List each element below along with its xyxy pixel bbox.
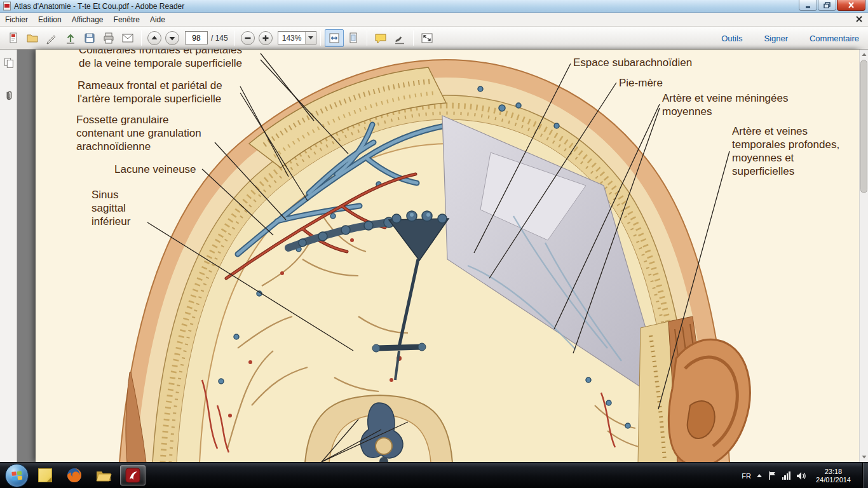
menu-fenetre[interactable]: Fenêtre: [109, 13, 145, 26]
email-icon: [121, 31, 135, 45]
navigation-pane: [0, 50, 17, 462]
email-button[interactable]: [118, 29, 137, 47]
firefox-icon: [66, 467, 83, 484]
scroll-up-icon[interactable]: [861, 51, 867, 58]
folder-icon: [25, 31, 39, 45]
open-button[interactable]: [23, 29, 42, 47]
toolbar-separator: [141, 30, 142, 46]
taskbar: FR 23:18 24/01/2014: [0, 462, 868, 488]
print-icon: [102, 31, 116, 45]
page-thumbnails-icon: [3, 57, 15, 69]
arrow-down-icon: [167, 33, 177, 43]
menu-bar: Fichier Edition Affichage Fenêtre Aide: [0, 13, 868, 27]
menu-aide[interactable]: Aide: [145, 13, 170, 26]
pdf-page: Collatérales frontales et pariétales de …: [36, 50, 859, 462]
share-arrow-icon: [64, 31, 78, 45]
show-desktop-button[interactable]: [862, 463, 868, 488]
window-title: Atlas d'Anatomie - T-te Et Cou.pdf - Ado…: [14, 2, 184, 11]
chevron-down-icon: [308, 36, 313, 39]
restore-icon: [824, 2, 831, 8]
network-icon[interactable]: [782, 471, 790, 480]
figure-label-temporales: Artère et veines temporales profondes, m…: [732, 125, 839, 178]
system-tray: FR 23:18 24/01/2014: [742, 463, 862, 488]
figure-label-sinus: Sinus sagittal inférieur: [92, 188, 130, 228]
share-button[interactable]: [61, 29, 80, 47]
toolbar-separator: [413, 30, 414, 46]
taskbar-clock[interactable]: 23:18 24/01/2014: [816, 468, 851, 484]
edit-button[interactable]: [42, 29, 61, 47]
next-page-button[interactable]: [165, 31, 179, 45]
zoom-dropdown-arrow[interactable]: [305, 32, 316, 44]
sticky-notes-icon: [38, 468, 52, 482]
action-center-flag-icon[interactable]: [768, 471, 776, 480]
figure-label-meningees: Artère et veine méningées moyennes: [662, 92, 788, 118]
signature-icon: [393, 31, 407, 45]
minimize-icon: [805, 3, 811, 8]
comment-button[interactable]: [371, 29, 390, 47]
close-document-icon[interactable]: [855, 15, 863, 23]
zoom-out-button[interactable]: [241, 31, 255, 45]
title-bar: Atlas d'Anatomie - T-te Et Cou.pdf - Ado…: [0, 0, 868, 13]
scrollbar-thumb[interactable]: [860, 60, 867, 193]
fullscreen-button[interactable]: [417, 29, 437, 47]
comment-bubble-icon: [374, 31, 388, 45]
taskbar-sticky-notes[interactable]: [32, 465, 58, 485]
folder-icon: [95, 468, 112, 482]
close-icon: [848, 2, 855, 8]
menu-fichier[interactable]: Fichier: [0, 13, 33, 26]
save-icon: [83, 31, 97, 45]
fullscreen-icon: [420, 31, 434, 45]
commentaire-link[interactable]: Commentaire: [810, 34, 859, 43]
fit-page-icon: [346, 31, 360, 45]
document-button[interactable]: [4, 29, 23, 47]
minus-icon: [243, 33, 253, 43]
toolbar: / 145 143%: [0, 27, 868, 50]
fit-page-button[interactable]: [344, 29, 363, 47]
paperclip-icon: [3, 90, 15, 102]
page-total-label: / 145: [211, 34, 228, 43]
signer-link[interactable]: Signer: [764, 34, 788, 43]
page-thumbnails-button[interactable]: [0, 53, 17, 72]
toolbar-separator: [234, 30, 235, 46]
start-button[interactable]: [5, 464, 29, 487]
clock-time: 23:18: [816, 468, 851, 476]
figure-label-espace: Espace subarachnoïdien: [573, 56, 692, 69]
toolbar-separator: [367, 30, 367, 46]
menu-edition[interactable]: Edition: [33, 13, 67, 26]
page-number-input[interactable]: [185, 31, 208, 44]
clock-date: 24/01/2014: [816, 476, 851, 484]
arrow-up-icon: [149, 33, 159, 43]
hidden-icons-arrow-icon[interactable]: [757, 474, 762, 477]
language-indicator[interactable]: FR: [742, 472, 751, 480]
scroll-down-icon[interactable]: [861, 454, 867, 460]
sign-button[interactable]: [390, 29, 409, 47]
vertical-scrollbar[interactable]: [859, 50, 868, 462]
figure-label-lacune: Lacune veineuse: [114, 163, 196, 176]
adobe-reader-icon: [125, 468, 140, 483]
document-icon: [6, 31, 20, 45]
zoom-in-button[interactable]: [259, 31, 273, 45]
print-button[interactable]: [99, 29, 118, 47]
taskbar-explorer[interactable]: [91, 465, 116, 485]
outils-link[interactable]: Outils: [721, 34, 742, 43]
fit-width-icon: [327, 31, 341, 45]
plus-icon: [261, 33, 271, 43]
pdf-app-icon: [3, 1, 11, 11]
save-button[interactable]: [80, 29, 99, 47]
windows-logo-icon: [11, 471, 23, 481]
taskbar-adobe-reader[interactable]: [120, 465, 146, 485]
menu-affichage[interactable]: Affichage: [67, 13, 109, 26]
minimize-button[interactable]: [799, 0, 817, 11]
fit-width-button[interactable]: [325, 29, 344, 47]
volume-icon[interactable]: [796, 471, 806, 480]
attachments-button[interactable]: [0, 86, 17, 105]
taskbar-firefox[interactable]: [62, 465, 87, 485]
previous-page-button[interactable]: [147, 31, 161, 45]
figure-label-pie-mere: Pie-mère: [619, 76, 663, 90]
zoom-level-dropdown[interactable]: 143%: [278, 31, 317, 44]
toolbar-panels: Outils Signer Commentaire: [721, 27, 859, 50]
figure-label-fossette: Fossette granulaire contenant une granul…: [76, 113, 201, 153]
pen-icon: [44, 31, 58, 45]
close-button[interactable]: [837, 0, 865, 11]
restore-button[interactable]: [818, 0, 836, 11]
